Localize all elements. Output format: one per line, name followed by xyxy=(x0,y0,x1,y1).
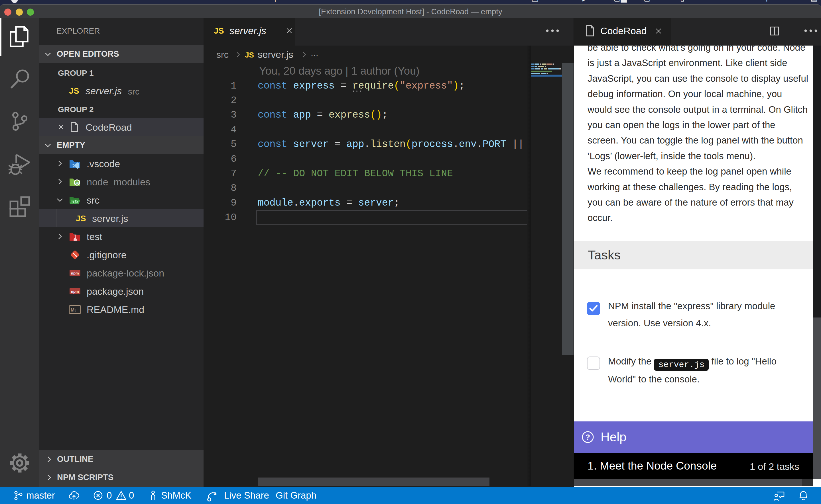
svg-text:M↓: M↓ xyxy=(71,308,77,312)
svg-text:?: ? xyxy=(585,433,590,441)
svg-text:JS: JS xyxy=(75,181,79,185)
svg-text:npm: npm xyxy=(71,289,79,294)
svg-text:npm: npm xyxy=(71,271,79,275)
